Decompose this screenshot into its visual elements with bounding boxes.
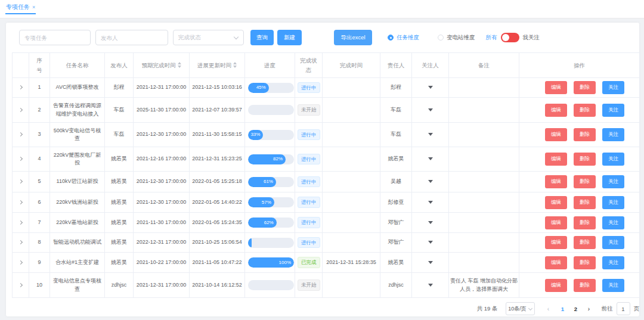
radio-substation-dimension[interactable]: 变电站维度 — [438, 34, 475, 42]
follow-button[interactable]: 关注 — [602, 236, 624, 249]
page-2-button[interactable]: 2 — [569, 306, 583, 312]
status-badge: 进行中 — [298, 129, 320, 140]
radio-task-dimension[interactable]: 任务维度 — [388, 34, 419, 42]
followers-dropdown-icon[interactable] — [428, 284, 433, 287]
sort-icon[interactable] — [233, 62, 237, 68]
row-actions: 编辑删除关注 — [532, 81, 637, 94]
follow-button[interactable]: 关注 — [602, 153, 624, 166]
task-name-input[interactable] — [19, 30, 91, 45]
progress-bar: 82% — [248, 154, 294, 164]
followers-dropdown-icon[interactable] — [428, 241, 433, 244]
follow-button[interactable]: 关注 — [602, 175, 624, 188]
followers-dropdown-icon[interactable] — [428, 133, 433, 136]
tab-label: 专项任务 — [6, 3, 30, 11]
expand-row-icon[interactable] — [18, 260, 23, 265]
followers-dropdown-icon[interactable] — [428, 157, 433, 160]
edit-button[interactable]: 编辑 — [545, 236, 567, 249]
follow-button[interactable]: 关注 — [602, 196, 624, 209]
row-actions: 编辑删除关注 — [532, 216, 637, 229]
follow-toggle[interactable] — [501, 33, 519, 42]
follow-button[interactable]: 关注 — [602, 256, 624, 269]
followers-dropdown-icon[interactable] — [428, 201, 433, 204]
column-header-update-time[interactable]: 进展更新时间 — [190, 53, 245, 78]
task-name-cell: 告警直传远程调阅源端维护变电站接入 — [50, 98, 105, 123]
row-actions: 编辑删除关注 — [532, 279, 637, 292]
follow-button[interactable]: 关注 — [602, 216, 624, 229]
followers-dropdown-icon[interactable] — [428, 180, 433, 183]
status-cell: 进行中 — [295, 147, 323, 172]
expand-row-icon[interactable] — [18, 108, 23, 112]
sort-icon[interactable] — [178, 62, 181, 68]
actions-cell: 编辑删除关注 — [519, 233, 640, 253]
edit-button[interactable]: 编辑 — [545, 128, 567, 141]
delete-button[interactable]: 删除 — [574, 216, 596, 229]
delete-button[interactable]: 删除 — [574, 279, 596, 292]
row-actions: 编辑删除关注 — [532, 104, 637, 117]
page-size-select[interactable]: 10条/页 — [506, 302, 535, 315]
progress-cell: 100% — [245, 253, 295, 273]
publisher-input[interactable] — [95, 30, 168, 45]
edit-button[interactable]: 编辑 — [545, 216, 567, 229]
update-time-cell: 2021-11-05 10:47:22 — [190, 253, 245, 273]
export-excel-button[interactable]: 导出excel — [334, 30, 372, 45]
edit-button[interactable]: 编辑 — [545, 153, 567, 166]
delete-button[interactable]: 删除 — [574, 81, 596, 94]
followers-dropdown-icon[interactable] — [428, 221, 433, 224]
task-name-cell: 智能远动机功能调试 — [50, 233, 105, 253]
next-page-button[interactable]: › — [586, 306, 592, 312]
delete-button[interactable]: 删除 — [574, 256, 596, 269]
expand-row-icon[interactable] — [18, 179, 23, 184]
task-name-cell: 变电站信息点专项核查 — [50, 273, 105, 298]
prev-page-button[interactable]: ‹ — [546, 306, 552, 312]
column-header-expected-time[interactable]: 预期完成时间 — [134, 53, 190, 78]
followers-dropdown-icon[interactable] — [428, 86, 433, 89]
expand-row-icon[interactable] — [18, 283, 23, 287]
expand-row-icon[interactable] — [18, 220, 23, 225]
toggle-label-mine: 我关注 — [523, 34, 540, 42]
expand-row-icon[interactable] — [18, 157, 23, 161]
publisher-cell: 姚若昊 — [105, 172, 134, 192]
delete-button[interactable]: 删除 — [574, 104, 596, 117]
owner-cell: 车磊 — [380, 123, 412, 147]
radio-unselected-icon — [438, 35, 444, 41]
edit-button[interactable]: 编辑 — [545, 104, 567, 117]
follow-button[interactable]: 关注 — [602, 279, 624, 292]
edit-button[interactable]: 编辑 — [545, 256, 567, 269]
expand-row-icon[interactable] — [18, 85, 23, 89]
goto-page-input[interactable] — [617, 302, 630, 315]
query-button[interactable]: 查询 — [250, 30, 274, 45]
progress-cell: 57% — [245, 192, 295, 213]
finish-time-cell — [323, 172, 380, 192]
expand-row-icon[interactable] — [18, 240, 23, 244]
remark-cell: 责任人 车磊 增加自动化分部人员，选择界面调大 — [449, 273, 519, 298]
edit-button[interactable]: 编辑 — [545, 279, 567, 292]
update-time-cell: 2021-12-31 15:23:25 — [190, 147, 245, 172]
followers-dropdown-icon[interactable] — [428, 108, 433, 111]
update-time-cell: 2021-12-07 10:39:57 — [190, 98, 245, 123]
follow-button[interactable]: 关注 — [602, 128, 624, 141]
tab-special-tasks[interactable]: 专项任务 × — [5, 3, 36, 14]
delete-button[interactable]: 删除 — [574, 236, 596, 249]
edit-button[interactable]: 编辑 — [545, 175, 567, 188]
follow-button[interactable]: 关注 — [602, 104, 624, 117]
edit-button[interactable]: 编辑 — [545, 81, 567, 94]
delete-button[interactable]: 删除 — [574, 175, 596, 188]
delete-button[interactable]: 删除 — [574, 196, 596, 209]
followers-dropdown-icon[interactable] — [428, 261, 433, 264]
expand-cell — [13, 98, 29, 123]
delete-button[interactable]: 删除 — [574, 153, 596, 166]
status-select[interactable]: 完成状态 — [173, 30, 244, 45]
expected-time-cell: 2021-12-31 17:00:00 — [134, 273, 190, 298]
tab-close-icon[interactable]: × — [32, 4, 35, 10]
status-cell: 未开始 — [295, 98, 323, 123]
expand-row-icon[interactable] — [18, 132, 23, 136]
progress-fill: 33% — [248, 130, 263, 140]
delete-button[interactable]: 删除 — [574, 128, 596, 141]
follow-button[interactable]: 关注 — [602, 81, 624, 94]
create-button[interactable]: 新建 — [277, 30, 302, 45]
edit-button[interactable]: 编辑 — [545, 196, 567, 209]
page-1-button[interactable]: 1 — [556, 306, 569, 312]
publisher-cell: 姚若昊 — [105, 147, 134, 172]
status-cell: 进行中 — [295, 192, 323, 213]
expand-row-icon[interactable] — [18, 200, 23, 204]
